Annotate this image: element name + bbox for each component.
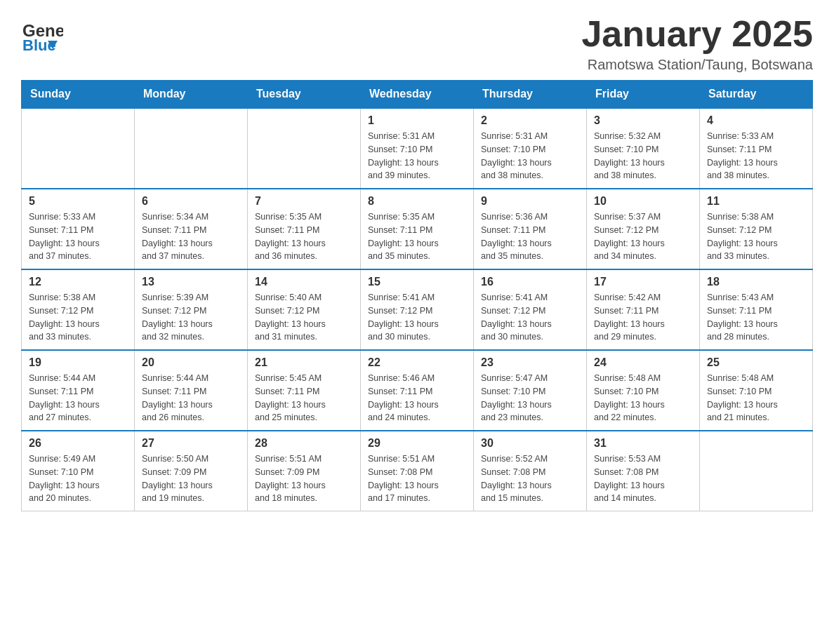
calendar-cell: 10Sunrise: 5:37 AM Sunset: 7:12 PM Dayli…: [587, 189, 700, 269]
day-header-wednesday: Wednesday: [361, 81, 474, 109]
day-number: 6: [142, 195, 240, 208]
day-number: 31: [594, 437, 692, 450]
day-number: 10: [594, 195, 692, 208]
calendar-cell: [22, 108, 135, 189]
day-info: Sunrise: 5:35 AM Sunset: 7:11 PM Dayligh…: [368, 210, 466, 263]
day-number: 9: [481, 195, 579, 208]
day-number: 12: [29, 276, 127, 288]
page-header: General Blue January 2025 Ramotswa Stati…: [21, 14, 813, 73]
calendar-cell: 15Sunrise: 5:41 AM Sunset: 7:12 PM Dayli…: [361, 269, 474, 350]
day-number: 5: [29, 195, 127, 208]
day-number: 14: [255, 276, 353, 288]
day-info: Sunrise: 5:34 AM Sunset: 7:11 PM Dayligh…: [142, 210, 240, 263]
calendar-cell: 27Sunrise: 5:50 AM Sunset: 7:09 PM Dayli…: [135, 431, 248, 511]
day-number: 28: [255, 437, 353, 450]
day-info: Sunrise: 5:44 AM Sunset: 7:11 PM Dayligh…: [29, 372, 127, 424]
calendar-cell: 6Sunrise: 5:34 AM Sunset: 7:11 PM Daylig…: [135, 189, 248, 269]
day-info: Sunrise: 5:33 AM Sunset: 7:11 PM Dayligh…: [29, 210, 127, 263]
day-info: Sunrise: 5:37 AM Sunset: 7:12 PM Dayligh…: [594, 210, 692, 263]
day-number: 1: [368, 114, 466, 127]
calendar-cell: 18Sunrise: 5:43 AM Sunset: 7:11 PM Dayli…: [700, 269, 813, 350]
calendar-cell: 9Sunrise: 5:36 AM Sunset: 7:11 PM Daylig…: [474, 189, 587, 269]
day-number: 13: [142, 276, 240, 288]
week-row-1: 1Sunrise: 5:31 AM Sunset: 7:10 PM Daylig…: [22, 108, 813, 189]
calendar-cell: 22Sunrise: 5:46 AM Sunset: 7:11 PM Dayli…: [361, 350, 474, 431]
calendar-cell: 1Sunrise: 5:31 AM Sunset: 7:10 PM Daylig…: [361, 108, 474, 189]
calendar-cell: 16Sunrise: 5:41 AM Sunset: 7:12 PM Dayli…: [474, 269, 587, 350]
day-number: 21: [255, 356, 353, 369]
day-info: Sunrise: 5:31 AM Sunset: 7:10 PM Dayligh…: [481, 130, 579, 182]
week-row-2: 5Sunrise: 5:33 AM Sunset: 7:11 PM Daylig…: [22, 189, 813, 269]
day-number: 8: [368, 195, 466, 208]
day-number: 30: [481, 437, 579, 450]
calendar-cell: 2Sunrise: 5:31 AM Sunset: 7:10 PM Daylig…: [474, 108, 587, 189]
day-info: Sunrise: 5:52 AM Sunset: 7:08 PM Dayligh…: [481, 452, 579, 505]
day-info: Sunrise: 5:33 AM Sunset: 7:11 PM Dayligh…: [707, 130, 805, 182]
day-info: Sunrise: 5:49 AM Sunset: 7:10 PM Dayligh…: [29, 452, 127, 505]
calendar-cell: [700, 431, 813, 511]
day-header-sunday: Sunday: [22, 81, 135, 109]
day-info: Sunrise: 5:43 AM Sunset: 7:11 PM Dayligh…: [707, 291, 805, 344]
day-info: Sunrise: 5:46 AM Sunset: 7:11 PM Dayligh…: [368, 372, 466, 424]
day-info: Sunrise: 5:51 AM Sunset: 7:08 PM Dayligh…: [368, 452, 466, 505]
day-info: Sunrise: 5:44 AM Sunset: 7:11 PM Dayligh…: [142, 372, 240, 424]
day-number: 16: [481, 276, 579, 288]
location: Ramotswa Station/Taung, Botswana: [581, 57, 813, 73]
day-header-saturday: Saturday: [700, 81, 813, 109]
week-row-4: 19Sunrise: 5:44 AM Sunset: 7:11 PM Dayli…: [22, 350, 813, 431]
calendar-cell: 3Sunrise: 5:32 AM Sunset: 7:10 PM Daylig…: [587, 108, 700, 189]
calendar-cell: 29Sunrise: 5:51 AM Sunset: 7:08 PM Dayli…: [361, 431, 474, 511]
day-info: Sunrise: 5:39 AM Sunset: 7:12 PM Dayligh…: [142, 291, 240, 344]
calendar-cell: 7Sunrise: 5:35 AM Sunset: 7:11 PM Daylig…: [248, 189, 361, 269]
day-number: 23: [481, 356, 579, 369]
calendar-cell: 24Sunrise: 5:48 AM Sunset: 7:10 PM Dayli…: [587, 350, 700, 431]
day-number: 7: [255, 195, 353, 208]
day-number: 2: [481, 114, 579, 127]
calendar-header-row: SundayMondayTuesdayWednesdayThursdayFrid…: [22, 81, 813, 109]
day-info: Sunrise: 5:42 AM Sunset: 7:11 PM Dayligh…: [594, 291, 692, 344]
day-number: 3: [594, 114, 692, 127]
calendar-cell: 31Sunrise: 5:53 AM Sunset: 7:08 PM Dayli…: [587, 431, 700, 511]
calendar-cell: 30Sunrise: 5:52 AM Sunset: 7:08 PM Dayli…: [474, 431, 587, 511]
day-number: 25: [707, 356, 805, 369]
day-info: Sunrise: 5:47 AM Sunset: 7:10 PM Dayligh…: [481, 372, 579, 424]
calendar-cell: [248, 108, 361, 189]
week-row-3: 12Sunrise: 5:38 AM Sunset: 7:12 PM Dayli…: [22, 269, 813, 350]
day-header-monday: Monday: [135, 81, 248, 109]
calendar-cell: 26Sunrise: 5:49 AM Sunset: 7:10 PM Dayli…: [22, 431, 135, 511]
day-info: Sunrise: 5:36 AM Sunset: 7:11 PM Dayligh…: [481, 210, 579, 263]
calendar-title: January 2025: [581, 14, 813, 54]
day-number: 4: [707, 114, 805, 127]
day-info: Sunrise: 5:41 AM Sunset: 7:12 PM Dayligh…: [481, 291, 579, 344]
calendar-cell: 23Sunrise: 5:47 AM Sunset: 7:10 PM Dayli…: [474, 350, 587, 431]
calendar-cell: 28Sunrise: 5:51 AM Sunset: 7:09 PM Dayli…: [248, 431, 361, 511]
day-number: 29: [368, 437, 466, 450]
day-info: Sunrise: 5:48 AM Sunset: 7:10 PM Dayligh…: [594, 372, 692, 424]
day-info: Sunrise: 5:40 AM Sunset: 7:12 PM Dayligh…: [255, 291, 353, 344]
day-number: 19: [29, 356, 127, 369]
calendar-cell: [135, 108, 248, 189]
day-number: 24: [594, 356, 692, 369]
day-info: Sunrise: 5:38 AM Sunset: 7:12 PM Dayligh…: [29, 291, 127, 344]
logo: General Blue: [21, 14, 63, 53]
day-info: Sunrise: 5:48 AM Sunset: 7:10 PM Dayligh…: [707, 372, 805, 424]
day-info: Sunrise: 5:41 AM Sunset: 7:12 PM Dayligh…: [368, 291, 466, 344]
calendar-cell: 5Sunrise: 5:33 AM Sunset: 7:11 PM Daylig…: [22, 189, 135, 269]
day-info: Sunrise: 5:31 AM Sunset: 7:10 PM Dayligh…: [368, 130, 466, 182]
day-info: Sunrise: 5:35 AM Sunset: 7:11 PM Dayligh…: [255, 210, 353, 263]
day-info: Sunrise: 5:38 AM Sunset: 7:12 PM Dayligh…: [707, 210, 805, 263]
day-info: Sunrise: 5:45 AM Sunset: 7:11 PM Dayligh…: [255, 372, 353, 424]
calendar-cell: 13Sunrise: 5:39 AM Sunset: 7:12 PM Dayli…: [135, 269, 248, 350]
day-number: 15: [368, 276, 466, 288]
calendar-cell: 8Sunrise: 5:35 AM Sunset: 7:11 PM Daylig…: [361, 189, 474, 269]
day-header-friday: Friday: [587, 81, 700, 109]
calendar-table: SundayMondayTuesdayWednesdayThursdayFrid…: [21, 80, 813, 511]
day-number: 11: [707, 195, 805, 208]
day-number: 17: [594, 276, 692, 288]
calendar-cell: 19Sunrise: 5:44 AM Sunset: 7:11 PM Dayli…: [22, 350, 135, 431]
week-row-5: 26Sunrise: 5:49 AM Sunset: 7:10 PM Dayli…: [22, 431, 813, 511]
calendar-cell: 20Sunrise: 5:44 AM Sunset: 7:11 PM Dayli…: [135, 350, 248, 431]
day-info: Sunrise: 5:50 AM Sunset: 7:09 PM Dayligh…: [142, 452, 240, 505]
day-number: 26: [29, 437, 127, 450]
day-number: 20: [142, 356, 240, 369]
